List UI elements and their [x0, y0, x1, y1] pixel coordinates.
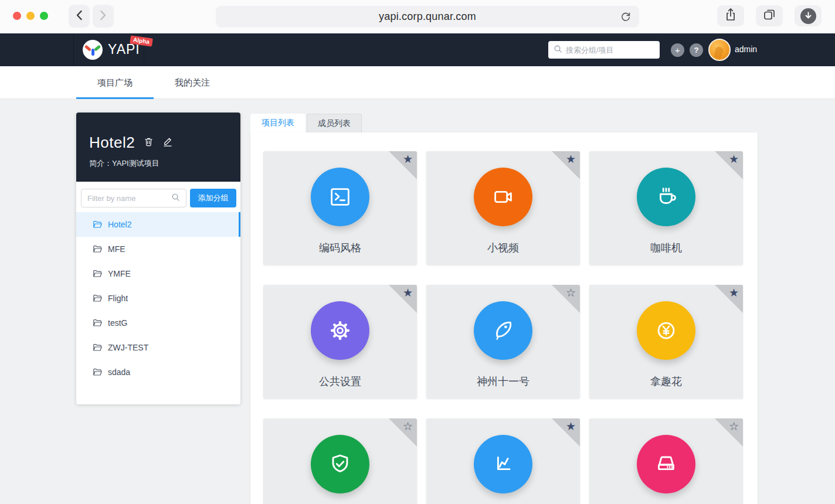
group-name: testG: [108, 318, 127, 328]
project-card[interactable]: ☆: [263, 418, 417, 504]
star-filled-icon[interactable]: ★: [403, 154, 413, 165]
username[interactable]: admin: [735, 45, 757, 54]
folder-icon: [93, 220, 102, 229]
folder-icon: [93, 318, 102, 328]
tab-project-list[interactable]: 项目列表: [250, 114, 306, 132]
sidebar-group-item[interactable]: YMFE: [76, 261, 240, 286]
add-project-button[interactable]: +: [671, 43, 684, 57]
window-controls: [13, 12, 48, 20]
star-outline-icon[interactable]: ☆: [403, 421, 413, 432]
sidebar-group-item[interactable]: Hotel2: [76, 212, 240, 237]
edit-group-icon[interactable]: [162, 137, 173, 149]
sidebar-group-item[interactable]: MFE: [76, 237, 240, 261]
add-group-button[interactable]: 添加分组: [190, 189, 236, 207]
gear-icon: [327, 317, 354, 344]
project-name: 编码风格: [263, 241, 417, 255]
folder-icon: [93, 367, 102, 377]
yen-icon: [653, 317, 680, 344]
project-name: 公共设置: [263, 374, 417, 389]
url-text: yapi.corp.qunar.com: [379, 11, 476, 23]
reload-icon[interactable]: [620, 11, 632, 25]
terminal-icon: [327, 183, 354, 210]
header-search-box[interactable]: [548, 41, 660, 59]
delete-group-icon[interactable]: [144, 137, 154, 149]
download-icon: [800, 8, 816, 24]
video-camera-icon: [490, 183, 517, 210]
folder-icon: [93, 244, 102, 254]
folder-icon: [93, 343, 102, 352]
project-avatar: [637, 301, 695, 360]
group-name: Hotel2: [108, 220, 131, 229]
sidebar-group-list: Hotel2MFEYMFEFlighttestGZWJ-TESTsdada: [76, 212, 240, 384]
group-name: Flight: [108, 294, 128, 303]
project-list-panel: ★编码风格★小视频★咖啡机★公共设置☆神州十一号★拿趣花☆★☆: [250, 132, 758, 504]
close-window-button[interactable]: [13, 12, 21, 20]
rocket-icon: [490, 317, 517, 344]
logo-block[interactable]: YAPI Alpha: [73, 33, 144, 66]
project-name: 咖啡机: [589, 241, 743, 255]
project-avatar: [311, 168, 369, 226]
group-header: Hotel2 简介：YAPI测试项目: [76, 113, 240, 182]
group-title: Hotel2: [89, 134, 135, 152]
user-avatar[interactable]: [708, 39, 731, 61]
chevron-left-icon: [76, 10, 83, 23]
search-input[interactable]: [566, 46, 648, 55]
project-avatar: [474, 435, 532, 493]
group-description: 简介：YAPI测试项目: [89, 158, 228, 169]
search-icon: [554, 45, 562, 56]
zoom-window-button[interactable]: [40, 12, 48, 20]
shield-check-icon: [327, 451, 354, 478]
project-card[interactable]: ★小视频: [426, 151, 580, 265]
project-avatar: [311, 301, 369, 360]
star-outline-icon[interactable]: ☆: [729, 421, 739, 432]
minimize-window-button[interactable]: [26, 12, 35, 20]
filter-field: [81, 189, 186, 207]
star-filled-icon[interactable]: ★: [729, 154, 739, 165]
share-icon: [725, 8, 736, 24]
copy-tabs-icon: [763, 8, 776, 23]
group-name: YMFE: [108, 269, 131, 278]
group-toolbar: 添加分组: [76, 182, 240, 212]
main-tabs: 项目列表 成员列表: [250, 114, 362, 132]
project-avatar: [311, 435, 369, 493]
tab-overview-button[interactable]: [756, 5, 783, 26]
browser-back-button[interactable]: [69, 5, 90, 28]
sidebar-group-item[interactable]: Flight: [76, 286, 240, 311]
star-outline-icon[interactable]: ☆: [566, 287, 576, 298]
star-filled-icon[interactable]: ★: [729, 287, 739, 298]
project-name: 神州十一号: [426, 374, 580, 389]
project-card[interactable]: ☆: [589, 418, 743, 504]
project-card[interactable]: ★公共设置: [263, 285, 417, 399]
project-card[interactable]: ★编码风格: [263, 151, 417, 265]
top-nav: 项目广场 我的关注: [0, 66, 835, 99]
project-avatar: [637, 435, 695, 493]
tab-member-list[interactable]: 成员列表: [307, 114, 362, 132]
sidebar-group-item[interactable]: ZWJ-TEST: [76, 335, 240, 360]
address-bar[interactable]: yapi.corp.qunar.com: [216, 6, 639, 28]
browser-chrome: yapi.corp.qunar.com: [0, 0, 835, 33]
group-name: MFE: [108, 244, 125, 254]
project-card[interactable]: ★拿趣花: [589, 285, 743, 399]
group-name: sdada: [108, 367, 130, 377]
star-filled-icon[interactable]: ★: [566, 421, 576, 432]
star-filled-icon[interactable]: ★: [566, 154, 576, 165]
filter-input[interactable]: [87, 194, 168, 203]
sidebar-group-item[interactable]: testG: [76, 311, 240, 335]
group-name: ZWJ-TEST: [108, 343, 148, 352]
help-button[interactable]: ?: [690, 43, 703, 57]
tab-project-plaza[interactable]: 项目广场: [76, 66, 154, 99]
browser-forward-button[interactable]: [93, 5, 114, 28]
downloads-button[interactable]: [795, 5, 822, 26]
project-grid: ★编码风格★小视频★咖啡机★公共设置☆神州十一号★拿趣花☆★☆: [250, 132, 758, 504]
hard-drive-icon: [653, 451, 680, 478]
project-name: 拿趣花: [589, 374, 743, 389]
project-name: 小视频: [426, 241, 580, 255]
line-chart-icon: [490, 451, 517, 478]
tab-my-follows[interactable]: 我的关注: [154, 66, 231, 99]
star-filled-icon[interactable]: ★: [403, 287, 413, 298]
project-card[interactable]: ★咖啡机: [589, 151, 743, 265]
share-button[interactable]: [717, 5, 744, 26]
project-card[interactable]: ☆神州十一号: [426, 285, 580, 399]
sidebar-group-item[interactable]: sdada: [76, 360, 240, 384]
project-card[interactable]: ★: [426, 418, 580, 504]
